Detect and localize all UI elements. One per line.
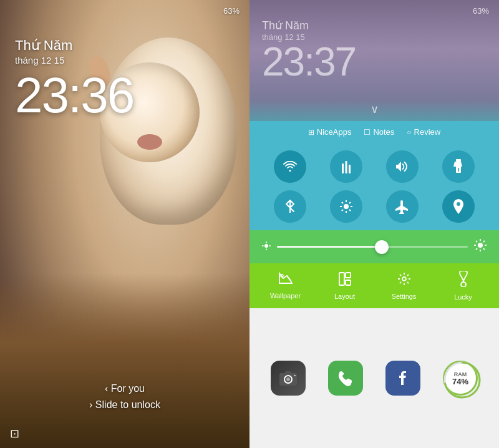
shortcut-layout[interactable]: Layout [315,271,374,300]
svg-rect-39 [285,371,291,374]
lock-screen: 63% Thứ Năm tháng 12 15 23:36 ‹ For you … [0,0,250,448]
svg-point-35 [461,282,466,287]
lock-slide-to-unlock[interactable]: › Slide to unlock [0,399,250,411]
phone-app[interactable] [328,361,363,396]
lucky-icon [458,271,469,291]
lock-info: Thứ Năm tháng 12 15 23:36 [15,37,133,120]
lucky-label: Lucky [454,293,472,301]
lock-bottom: ‹ For you › Slide to unlock [0,383,250,411]
brightness-slider-container [250,230,499,263]
svg-line-28 [483,241,485,242]
niceapps-icon: ⊞ [308,128,314,137]
wallpaper-icon [278,272,293,290]
shortcut-wallpaper[interactable]: Wallpaper [256,272,315,299]
airplane-toggle[interactable] [386,190,419,223]
settings-icon [397,271,412,290]
camera-app[interactable] [271,361,306,396]
review-icon: ○ [407,128,411,137]
cc-time: 23:37 [262,42,487,82]
lock-day: Thứ Năm [15,37,133,54]
svg-line-11 [342,202,343,203]
tab-notes[interactable]: ☐ Notes [364,127,394,137]
cc-clock-bg: 63% Thứ Năm tháng 12 15 23:37 [250,0,499,100]
shortcut-settings[interactable]: Settings [374,271,434,300]
svg-rect-1 [346,161,347,173]
wifi-toggle[interactable] [274,150,306,183]
notes-icon: ☐ [364,128,371,137]
control-center: 63% Thứ Năm tháng 12 15 23:37 ∨ ⊞ NiceAp… [250,0,499,448]
flashlight-toggle[interactable] [442,150,475,183]
lock-for-you[interactable]: ‹ For you [0,383,250,394]
wallpaper-label: Wallpaper [270,292,301,299]
cc-battery: 63% [473,6,489,16]
ram-indicator[interactable]: RAM 74% [443,361,478,396]
cc-tabs: ⊞ NiceApps ☐ Notes ○ Review [250,121,499,143]
lock-battery: 63% [223,6,240,16]
bluetooth-toggle[interactable] [274,190,306,223]
brightness-sun-large-icon [474,239,487,255]
brightness-toggle[interactable] [330,190,362,223]
cc-toggles [250,143,499,230]
toggle-row-2 [262,190,487,223]
gallery-icon[interactable]: ⊡ [10,427,19,441]
facebook-app[interactable] [385,361,420,396]
svg-rect-0 [342,163,344,173]
svg-line-27 [483,248,485,250]
svg-rect-33 [346,280,351,285]
settings-label: Settings [392,293,417,300]
svg-rect-32 [346,273,351,278]
tab-niceapps[interactable]: ⊞ NiceApps [308,127,352,137]
equalizer-toggle[interactable] [330,150,362,183]
cc-apps: RAM 74% [250,308,499,448]
volume-toggle[interactable] [386,150,419,183]
svg-rect-40 [294,375,296,376]
svg-line-14 [342,210,343,211]
svg-point-34 [402,277,406,281]
svg-point-6 [344,204,349,209]
cc-chevron[interactable]: ∨ [250,100,499,121]
toggle-row-1 [262,150,487,183]
svg-point-16 [264,244,268,248]
svg-line-29 [476,248,477,250]
cc-day: Thứ Năm [262,19,487,32]
shortcut-lucky[interactable]: Lucky [434,271,493,301]
location-toggle[interactable] [442,190,475,223]
svg-point-15 [457,202,460,206]
svg-line-26 [476,241,477,242]
tab-review[interactable]: ○ Review [407,127,440,137]
cc-shortcuts: Wallpaper Layout Settings [250,263,499,308]
layout-icon [338,271,352,290]
brightness-sun-small-icon [262,241,271,252]
svg-rect-31 [339,273,344,285]
svg-line-12 [349,210,351,211]
tab-niceapps-label: NiceApps [317,127,352,137]
svg-rect-3 [456,159,461,162]
brightness-fill [277,246,382,248]
tab-notes-label: Notes [373,127,394,137]
brightness-thumb[interactable] [375,240,389,254]
brightness-track[interactable] [277,246,468,248]
lock-date: tháng 12 15 [15,55,133,66]
layout-label: Layout [334,293,355,300]
svg-point-21 [478,243,483,248]
svg-line-13 [349,202,351,203]
svg-point-38 [286,377,290,381]
tab-review-label: Review [414,127,441,137]
svg-rect-2 [349,165,351,173]
lock-time: 23:36 [15,71,133,120]
